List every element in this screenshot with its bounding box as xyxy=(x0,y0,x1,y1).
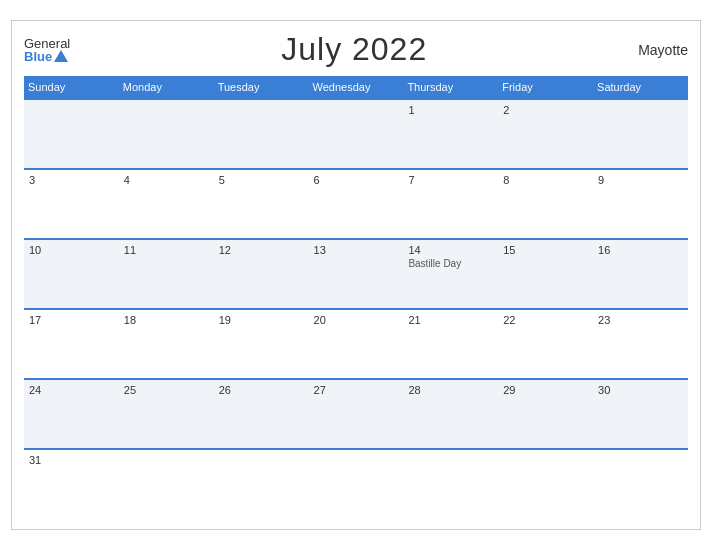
weekday-header: Saturday xyxy=(593,76,688,99)
calendar-day-cell xyxy=(214,99,309,169)
calendar-week-row: 1011121314Bastille Day1516 xyxy=(24,239,688,309)
calendar-week-row: 31 xyxy=(24,449,688,519)
day-number: 24 xyxy=(29,384,114,396)
day-number: 8 xyxy=(503,174,588,186)
location-label: Mayotte xyxy=(638,42,688,58)
calendar-day-cell: 1 xyxy=(403,99,498,169)
day-number: 15 xyxy=(503,244,588,256)
day-number: 17 xyxy=(29,314,114,326)
calendar-day-cell: 31 xyxy=(24,449,119,519)
calendar-day-cell: 21 xyxy=(403,309,498,379)
day-number: 7 xyxy=(408,174,493,186)
weekday-header: Monday xyxy=(119,76,214,99)
calendar-day-cell xyxy=(403,449,498,519)
calendar-day-cell: 9 xyxy=(593,169,688,239)
month-title: July 2022 xyxy=(281,31,427,68)
weekday-header: Sunday xyxy=(24,76,119,99)
day-number: 12 xyxy=(219,244,304,256)
day-number: 5 xyxy=(219,174,304,186)
day-number: 11 xyxy=(124,244,209,256)
day-number: 10 xyxy=(29,244,114,256)
weekday-header: Friday xyxy=(498,76,593,99)
calendar-day-cell xyxy=(593,99,688,169)
calendar-day-cell: 20 xyxy=(309,309,404,379)
weekday-header: Tuesday xyxy=(214,76,309,99)
day-number: 28 xyxy=(408,384,493,396)
calendar-day-cell: 19 xyxy=(214,309,309,379)
calendar-day-cell: 10 xyxy=(24,239,119,309)
calendar-day-cell: 25 xyxy=(119,379,214,449)
calendar-day-cell: 14Bastille Day xyxy=(403,239,498,309)
calendar-day-cell xyxy=(498,449,593,519)
calendar-day-cell: 15 xyxy=(498,239,593,309)
day-number: 13 xyxy=(314,244,399,256)
calendar-day-cell: 12 xyxy=(214,239,309,309)
calendar-week-row: 17181920212223 xyxy=(24,309,688,379)
calendar-day-cell: 7 xyxy=(403,169,498,239)
calendar-day-cell: 30 xyxy=(593,379,688,449)
day-number: 22 xyxy=(503,314,588,326)
calendar-day-cell: 24 xyxy=(24,379,119,449)
calendar-day-cell xyxy=(119,449,214,519)
calendar-day-cell xyxy=(309,99,404,169)
calendar-day-cell: 4 xyxy=(119,169,214,239)
day-number: 27 xyxy=(314,384,399,396)
calendar-day-cell: 23 xyxy=(593,309,688,379)
day-number: 19 xyxy=(219,314,304,326)
day-number: 30 xyxy=(598,384,683,396)
day-number: 26 xyxy=(219,384,304,396)
day-number: 9 xyxy=(598,174,683,186)
calendar-week-row: 24252627282930 xyxy=(24,379,688,449)
day-number: 14 xyxy=(408,244,493,256)
calendar-day-cell xyxy=(593,449,688,519)
calendar-week-row: 3456789 xyxy=(24,169,688,239)
calendar-header-row: SundayMondayTuesdayWednesdayThursdayFrid… xyxy=(24,76,688,99)
logo-blue-text: Blue xyxy=(24,50,68,63)
event-label: Bastille Day xyxy=(408,258,493,269)
day-number: 1 xyxy=(408,104,493,116)
calendar-day-cell: 5 xyxy=(214,169,309,239)
calendar-day-cell: 29 xyxy=(498,379,593,449)
calendar-week-row: 12 xyxy=(24,99,688,169)
calendar-day-cell: 11 xyxy=(119,239,214,309)
calendar-day-cell: 3 xyxy=(24,169,119,239)
calendar-day-cell xyxy=(309,449,404,519)
logo-general-text: General xyxy=(24,37,70,50)
calendar-day-cell: 13 xyxy=(309,239,404,309)
day-number: 21 xyxy=(408,314,493,326)
calendar-day-cell xyxy=(119,99,214,169)
calendar-day-cell: 16 xyxy=(593,239,688,309)
calendar-container: General Blue July 2022 Mayotte SundayMon… xyxy=(11,20,701,530)
day-number: 20 xyxy=(314,314,399,326)
logo-triangle-icon xyxy=(54,50,68,62)
day-number: 25 xyxy=(124,384,209,396)
calendar-day-cell: 2 xyxy=(498,99,593,169)
calendar-day-cell xyxy=(24,99,119,169)
calendar-day-cell: 6 xyxy=(309,169,404,239)
day-number: 4 xyxy=(124,174,209,186)
calendar-grid: SundayMondayTuesdayWednesdayThursdayFrid… xyxy=(24,76,688,519)
day-number: 6 xyxy=(314,174,399,186)
calendar-day-cell: 26 xyxy=(214,379,309,449)
day-number: 18 xyxy=(124,314,209,326)
weekday-header: Wednesday xyxy=(309,76,404,99)
logo: General Blue xyxy=(24,37,70,63)
day-number: 16 xyxy=(598,244,683,256)
calendar-day-cell: 18 xyxy=(119,309,214,379)
day-number: 29 xyxy=(503,384,588,396)
calendar-day-cell xyxy=(214,449,309,519)
calendar-day-cell: 28 xyxy=(403,379,498,449)
calendar-day-cell: 27 xyxy=(309,379,404,449)
calendar-day-cell: 17 xyxy=(24,309,119,379)
day-number: 31 xyxy=(29,454,114,466)
day-number: 3 xyxy=(29,174,114,186)
calendar-day-cell: 22 xyxy=(498,309,593,379)
weekday-header: Thursday xyxy=(403,76,498,99)
day-number: 23 xyxy=(598,314,683,326)
calendar-header: General Blue July 2022 Mayotte xyxy=(24,31,688,68)
day-number: 2 xyxy=(503,104,588,116)
calendar-day-cell: 8 xyxy=(498,169,593,239)
